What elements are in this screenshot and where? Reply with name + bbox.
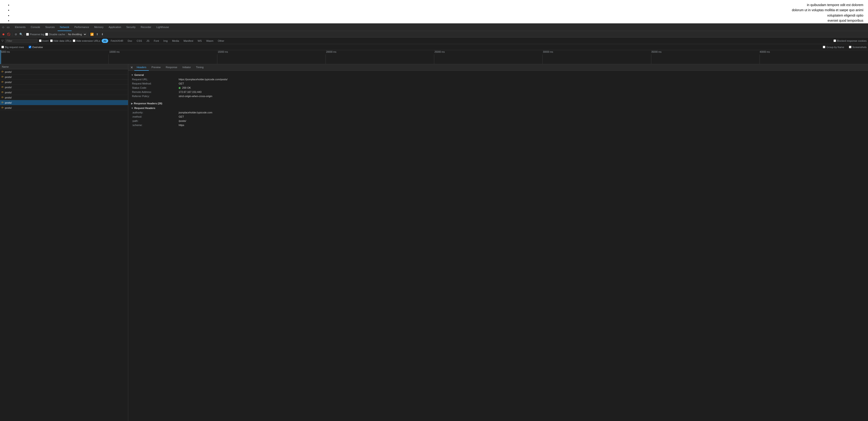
request-item-6[interactable]: ⟳ posts/	[0, 100, 128, 105]
detail-content[interactable]: ▼ General Request URL: https://jsonplace…	[128, 71, 868, 421]
big-request-rows-checkbox[interactable]	[1, 46, 4, 48]
request-item-5[interactable]: ⟳ posts/	[0, 95, 128, 100]
type-btn-img[interactable]: Img	[162, 39, 169, 43]
timeline-label-5: 30000 ms	[543, 51, 651, 53]
big-request-rows-group[interactable]: Big request rows	[1, 46, 24, 49]
type-btn-all[interactable]: All	[102, 39, 108, 43]
overview-checkbox[interactable]	[29, 46, 31, 48]
overview-row: Big request rows Overview Group by frame…	[0, 44, 868, 50]
request-headers-toggle-icon: ▼	[131, 107, 133, 110]
type-btn-js[interactable]: JS	[145, 39, 151, 43]
screenshots-group[interactable]: Screenshots	[849, 46, 867, 49]
req-header-row-scheme: :scheme: https	[131, 123, 865, 127]
export-button[interactable]: ⬇	[100, 32, 104, 36]
type-btn-fetch-xhr[interactable]: Fetch/XHR	[109, 39, 125, 43]
type-btn-ws[interactable]: WS	[196, 39, 204, 43]
general-value-referrer: strict-origin-when-cross-origin	[178, 94, 865, 98]
blocked-cookies-group[interactable]: Blocked response cookies	[834, 39, 867, 42]
disable-cache-checkbox[interactable]	[45, 33, 48, 36]
devtools-device-icon[interactable]: ▭	[6, 25, 10, 29]
tab-memory[interactable]: Memory	[92, 24, 106, 31]
req-header-value-authority: jsonplaceholder.typicode.com	[178, 110, 865, 115]
disable-cache-group[interactable]: Disable cache	[45, 33, 65, 36]
type-btn-font[interactable]: Font	[152, 39, 161, 43]
clear-button[interactable]: 🚫	[6, 32, 11, 36]
type-buttons-group: All Fetch/XHR Doc CSS JS Font Img Media …	[102, 39, 226, 43]
search-button[interactable]: 🔍	[19, 32, 23, 36]
timeline-area[interactable]: 5000 ms 10000 ms 15000 ms 20000 ms 25000…	[0, 50, 868, 64]
overview-right: Group by frame Screenshots	[823, 46, 867, 49]
tab-lighthouse[interactable]: Lighthouse	[154, 24, 171, 31]
tab-elements[interactable]: Elements	[12, 24, 28, 31]
overview-label: Overview	[32, 46, 43, 49]
type-btn-css[interactable]: CSS	[135, 39, 144, 43]
detail-tab-initiator[interactable]: Initiator	[180, 64, 193, 71]
filter-button[interactable]: ⊘	[14, 32, 18, 36]
webpage-bullets: in quibusdam tempore odit est dolorem do…	[5, 2, 863, 23]
type-btn-wasm[interactable]: Wasm	[204, 39, 215, 43]
name-column-header: Name	[2, 65, 9, 68]
hide-data-urls-checkbox[interactable]	[50, 39, 53, 42]
general-table: Request URL: https://jsonplaceholder.typ…	[131, 77, 865, 98]
request-item-icon-4: ⟳	[1, 91, 3, 94]
general-row-remote: Remote Address: 172.67.167.151:443	[131, 90, 865, 94]
wifi-icon-button[interactable]: 📶	[90, 32, 94, 36]
general-value-url[interactable]: https://jsonplaceholder.typicode.com/pos…	[178, 77, 865, 82]
tab-performance[interactable]: Performance	[72, 24, 91, 31]
general-value-status: 200 OK	[178, 86, 865, 90]
request-item-4[interactable]: ⟳ posts/	[0, 90, 128, 95]
type-btn-doc[interactable]: Doc	[126, 39, 134, 43]
tab-network[interactable]: Network	[58, 24, 71, 31]
invert-checkbox[interactable]	[39, 39, 41, 42]
webpage-bullet-4: eveniet quod temporibus	[12, 18, 863, 23]
filter-input[interactable]	[5, 39, 37, 43]
detail-tabs: ✕ Headers Preview Response Initiator Tim…	[128, 64, 868, 71]
tab-console[interactable]: Console	[28, 24, 42, 31]
tab-recorder[interactable]: Recorder	[138, 24, 153, 31]
preserve-log-checkbox[interactable]	[26, 33, 29, 36]
detail-tab-preview[interactable]: Preview	[149, 64, 163, 71]
blocked-cookies-checkbox[interactable]	[834, 39, 836, 42]
request-item-7[interactable]: ⟳ posts/	[0, 105, 128, 110]
import-button[interactable]: ⬆	[95, 32, 99, 36]
hide-extension-urls-group[interactable]: Hide extension URLs	[73, 39, 100, 42]
throttle-select[interactable]: No throttling	[66, 32, 87, 37]
devtools-cursor-icon[interactable]: ⊹	[1, 25, 5, 29]
invert-checkbox-group[interactable]: Invert	[39, 39, 49, 42]
tab-application[interactable]: Application	[106, 24, 124, 31]
general-section-header[interactable]: ▼ General	[131, 72, 865, 77]
request-list-items[interactable]: ⟳ posts/ ⟳ posts/ ⟳ posts/ ⟳ posts/ ⟳	[0, 69, 128, 421]
response-headers-section-header[interactable]: ▶ Response Headers (26)	[131, 101, 865, 106]
screenshots-checkbox[interactable]	[849, 46, 851, 48]
tab-sources[interactable]: Sources	[43, 24, 57, 31]
request-item-name-4: posts/	[5, 91, 12, 94]
request-item-0[interactable]: ⟳ posts/	[0, 69, 128, 74]
request-item-1[interactable]: ⟳ posts/	[0, 74, 128, 80]
type-btn-other[interactable]: Other	[216, 39, 226, 43]
detail-tab-timing[interactable]: Timing	[193, 64, 206, 71]
request-item-3[interactable]: ⟳ posts/	[0, 85, 128, 90]
general-key-method: Request Method:	[131, 82, 178, 86]
overview-group[interactable]: Overview	[29, 46, 43, 49]
detail-close-button[interactable]: ✕	[130, 65, 134, 69]
tab-security[interactable]: Security	[124, 24, 138, 31]
type-btn-media[interactable]: Media	[170, 39, 181, 43]
preserve-log-group[interactable]: Preserve log	[26, 33, 44, 36]
request-headers-section-title: Request Headers	[134, 107, 155, 110]
request-item-2[interactable]: ⟳ posts/	[0, 80, 128, 85]
hide-extension-urls-checkbox[interactable]	[73, 39, 75, 42]
hide-data-urls-label: Hide data URLs	[53, 39, 71, 42]
detail-tab-response[interactable]: Response	[163, 64, 180, 71]
type-btn-manifest[interactable]: Manifest	[182, 39, 195, 43]
detail-tab-headers[interactable]: Headers	[134, 64, 149, 71]
request-headers-section-header[interactable]: ▼ Request Headers	[131, 106, 865, 110]
request-item-name-7: posts/	[5, 107, 12, 109]
record-button[interactable]: ⏺	[1, 32, 6, 36]
group-by-frame-group[interactable]: Group by frame	[823, 46, 844, 49]
group-by-frame-checkbox[interactable]	[823, 46, 825, 48]
gridline-4	[434, 54, 434, 64]
webpage-bullet-3: voluptatem eligendi optio	[12, 13, 863, 18]
general-section-title: General	[134, 73, 144, 76]
req-header-value-path: /posts/	[178, 119, 865, 123]
hide-data-urls-group[interactable]: Hide data URLs	[50, 39, 71, 42]
